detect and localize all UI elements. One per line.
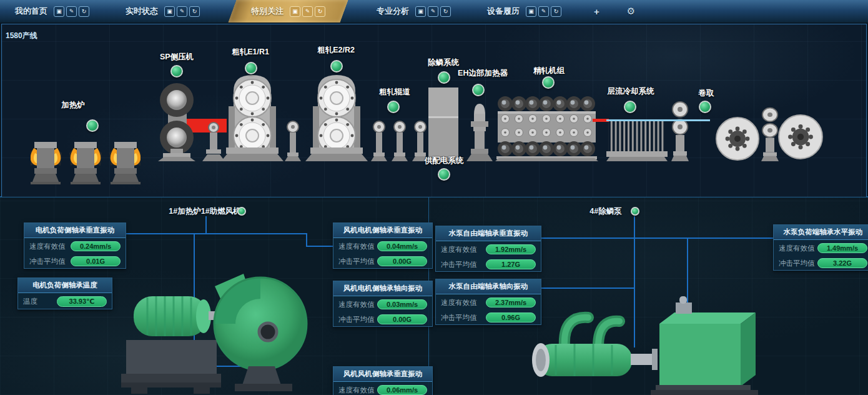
metric-value-badge: 0.24mm/s: [71, 241, 121, 251]
status-dot-rough-table[interactable]: [387, 101, 400, 113]
metric-value-badge: 0.03mm/s: [377, 299, 427, 309]
refresh-icon[interactable]: ↻: [189, 6, 200, 17]
refresh-icon[interactable]: ↻: [551, 6, 561, 17]
panel-pump-load-end-horizontal-vibration[interactable]: 水泵负荷端轴承水平振动 速度有效值1.49mm/s 冲击平均值3.22G: [773, 224, 868, 271]
tab-label: 设备履历: [487, 6, 520, 17]
metric-value-badge: 1.49mm/s: [817, 243, 867, 253]
metric-label: 冲击平均值: [338, 315, 375, 324]
panel-title: 水泵负荷端轴承水平振动: [774, 225, 868, 240]
tab-equipment-history[interactable]: 设备履历 ▣ ✎ ↻: [478, 0, 570, 22]
rough-table-graphic: [371, 119, 428, 161]
edit-icon[interactable]: ✎: [66, 6, 77, 17]
edit-icon[interactable]: ✎: [428, 6, 438, 17]
equipment-label-finishing-mill: 精轧机组: [533, 66, 565, 76]
metric-label: 速度有效值: [441, 298, 477, 308]
line-title: 1580产线: [6, 31, 37, 41]
right-section-status-dot[interactable]: [631, 207, 639, 216]
tab-label: 特别关注: [251, 6, 284, 17]
status-dot-descaler[interactable]: [438, 71, 450, 84]
metric-value-badge: 0.06mm/s: [377, 385, 427, 395]
screen-icon[interactable]: ▣: [415, 6, 426, 17]
tab-label: 我的首页: [15, 6, 47, 17]
equipment-label-rough-table: 粗轧辊道: [379, 87, 410, 98]
screen-icon[interactable]: ▣: [526, 6, 536, 17]
equipment-label-coiler: 卷取: [699, 88, 714, 99]
refresh-icon[interactable]: ↻: [315, 6, 325, 17]
tab-label: 专业分析: [377, 6, 409, 17]
metric-label: 速度有效值: [441, 245, 477, 254]
scada-dashboard: 我的首页 ▣ ✎ ↻ 实时状态 ▣ ✎ ↻ 特别关注 ▣ ✎ ↻ 专业分析 ▣ …: [0, 0, 868, 395]
metric-value-badge: 0.01G: [71, 256, 121, 266]
panel-fan-motor-vertical-vibration[interactable]: 风机电机侧轴承垂直振动 速度有效值0.04mm/s 冲击平均值0.00G: [333, 222, 433, 269]
fan-3d-model: [120, 266, 313, 394]
equipment-label-descaler: 除鳞系统: [428, 58, 459, 68]
status-dot-eh-heater[interactable]: [472, 84, 485, 96]
metric-value-badge: 0.00G: [377, 314, 427, 324]
metric-value-badge: 1.27G: [486, 259, 536, 269]
panel-pump-free-end-axial-vibration[interactable]: 水泵自由端轴承轴向振动 速度有效值2.37mm/s 冲击平均值0.96G: [435, 279, 541, 325]
coiler2-graphic: [776, 114, 825, 161]
panel-fan-side-vertical-vibration[interactable]: 风机风机侧轴承垂直振动 速度有效值0.06mm/s: [333, 366, 433, 395]
panel-title: 风机电机侧轴承轴向振动: [333, 281, 432, 296]
pinch-stand-graphic: [671, 100, 689, 161]
left-section-title: 1#加热炉1#助燃风机: [169, 206, 240, 217]
top-nav: 我的首页 ▣ ✎ ↻ 实时状态 ▣ ✎ ↻ 特别关注 ▣ ✎ ↻ 专业分析 ▣ …: [0, 0, 868, 22]
panel-title: 风机风机侧轴承垂直振动: [333, 367, 432, 382]
metric-value-badge: 1.92mm/s: [486, 244, 536, 254]
sp-press-graphic: [149, 79, 227, 161]
metric-label: 温度: [23, 297, 37, 306]
status-dot-coiler[interactable]: [699, 101, 711, 113]
tab-special-focus[interactable]: 特别关注 ▣ ✎ ↻: [242, 0, 334, 22]
metric-value-badge: 2.37mm/s: [486, 298, 536, 308]
metric-value-badge: 0.96G: [486, 312, 536, 322]
roller-post-graphic: [285, 120, 301, 161]
metric-value-badge: 33.93℃: [57, 296, 107, 307]
pump-3d-model: [526, 286, 776, 395]
metric-label: 速度有效值: [338, 386, 375, 395]
status-dot-sp-press[interactable]: [170, 65, 183, 78]
rough-mill-e2r2-graphic: [305, 70, 368, 161]
panel-motor-load-bearing-temp[interactable]: 电机负荷侧轴承温度 温度33.93℃: [17, 278, 112, 309]
descaler-graphic: [428, 88, 459, 161]
rough-mill-e1r1-graphic: [221, 70, 284, 161]
eh-heater-graphic: [466, 100, 493, 161]
equipment-label-eh-heater: EH边部加热器: [458, 68, 508, 79]
panel-pump-free-end-vertical-vibration[interactable]: 水泵自由端轴承垂直振动 速度有效值1.92mm/s 冲击平均值1.27G: [435, 226, 541, 272]
panel-title: 电机负荷侧轴承温度: [18, 278, 112, 293]
left-section-status-dot[interactable]: [237, 207, 246, 216]
screen-icon[interactable]: ▣: [290, 6, 300, 17]
metric-label: 速度有效值: [29, 242, 66, 251]
status-dot-rough-e2r2[interactable]: [330, 60, 343, 72]
status-dot-furnace[interactable]: [86, 119, 99, 132]
tab-realtime-status[interactable]: 实时状态 ▣ ✎ ↻: [117, 0, 209, 22]
metric-label: 速度有效值: [779, 244, 815, 253]
panel-title: 水泵自由端轴承垂直振动: [436, 226, 541, 241]
edit-icon[interactable]: ✎: [302, 6, 313, 17]
panel-title: 水泵自由端轴承轴向振动: [436, 279, 541, 294]
finishing-mill-graphic: [495, 92, 598, 161]
refresh-icon[interactable]: ↻: [79, 6, 89, 17]
gear-icon[interactable]: ⚙: [627, 6, 635, 17]
coiler1-graphic: [714, 116, 761, 162]
panel-title: 电机负荷侧轴承垂直振动: [24, 223, 126, 238]
screen-icon[interactable]: ▣: [54, 6, 64, 17]
status-dot-laminar-cooling[interactable]: [624, 101, 636, 113]
tab-my-home[interactable]: 我的首页 ▣ ✎ ↻: [6, 0, 98, 22]
status-dot-rough-e1r1[interactable]: [245, 62, 257, 74]
monitor-section: 1#加热炉1#助燃风机: [0, 197, 868, 395]
tab-pro-analysis[interactable]: 专业分析 ▣ ✎ ↻: [368, 0, 460, 22]
add-tab-icon[interactable]: +: [594, 6, 599, 17]
refresh-icon[interactable]: ↻: [440, 6, 451, 17]
equipment-label-sp-press: SP侧压机: [160, 52, 194, 62]
status-dot-power-supply[interactable]: [438, 168, 450, 181]
edit-icon[interactable]: ✎: [177, 6, 187, 17]
panel-fan-motor-axial-vibration[interactable]: 风机电机侧轴承轴向振动 速度有效值0.03mm/s 冲击平均值0.00G: [333, 281, 433, 327]
screen-icon[interactable]: ▣: [164, 6, 175, 17]
edit-icon[interactable]: ✎: [538, 6, 549, 17]
panel-motor-load-vertical-vibration[interactable]: 电机负荷侧轴承垂直振动 速度有效值0.24mm/s 冲击平均值0.01G: [24, 222, 126, 269]
metric-value-badge: 3.22G: [817, 258, 867, 268]
production-line-panel: 1580产线 加热炉: [1, 24, 867, 198]
metric-label: 速度有效值: [338, 242, 375, 251]
equipment-label-rough-e1r1: 粗轧E1/R1: [232, 47, 269, 58]
status-dot-finishing-mill[interactable]: [542, 76, 555, 89]
